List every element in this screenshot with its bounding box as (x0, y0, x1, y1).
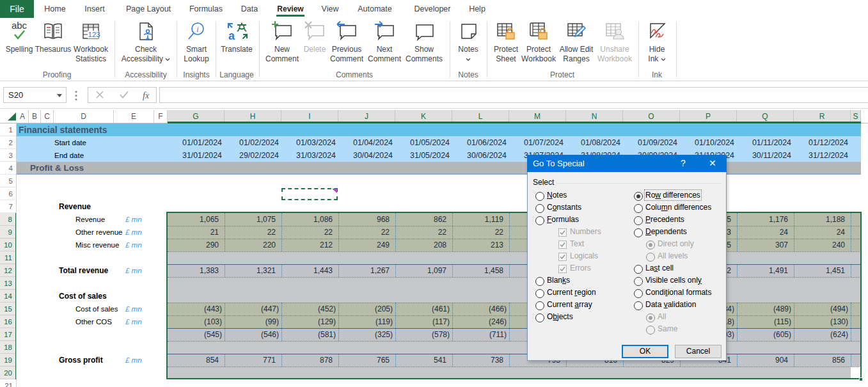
svg-text:a: a (228, 29, 235, 42)
svg-text:123: 123 (88, 31, 100, 38)
svg-text:fx: fx (143, 91, 150, 100)
svg-text:abc: abc (12, 20, 28, 31)
svg-text:i: i (196, 25, 198, 34)
